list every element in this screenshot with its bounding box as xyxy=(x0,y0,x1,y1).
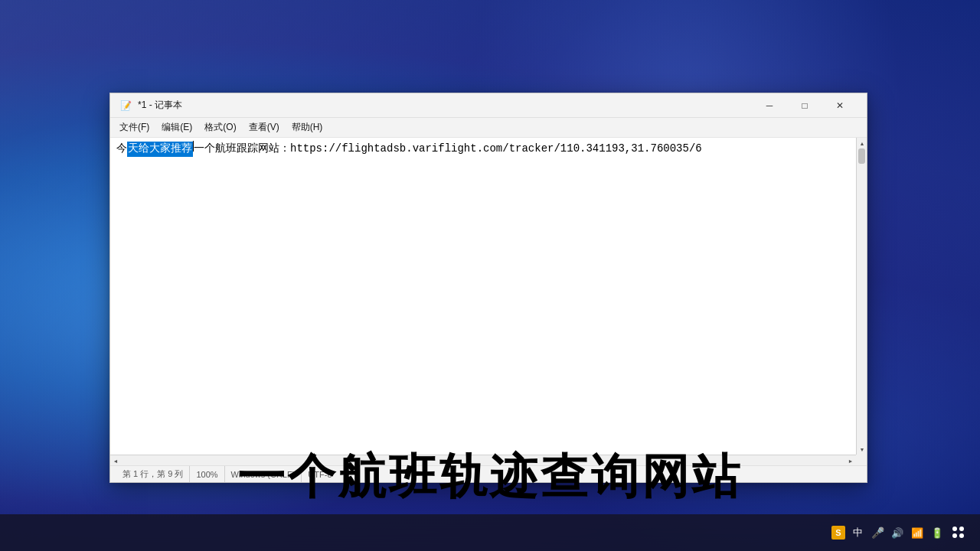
apps-grid-icon[interactable] xyxy=(952,527,965,539)
scroll-thumb-vertical[interactable] xyxy=(858,148,865,164)
maximize-button[interactable]: □ xyxy=(787,93,822,118)
chinese-input-icon[interactable]: 中 xyxy=(850,525,865,540)
overlay-text: 一个航班轨迹查询网站 xyxy=(0,445,980,509)
menu-format[interactable]: 格式(O) xyxy=(198,119,242,136)
scroll-up-button[interactable]: ▲ xyxy=(857,138,867,148)
system-tray: S 中 🎤 🔊 📶 🔋 xyxy=(825,525,974,540)
menu-edit[interactable]: 编辑(E) xyxy=(155,119,198,136)
text-area-container[interactable]: 今天给大家推荐一个航班跟踪网站：https://flightadsb.varif… xyxy=(110,138,867,465)
microphone-icon[interactable]: 🎤 xyxy=(870,525,885,540)
menu-bar: 文件(F) 编辑(E) 格式(O) 查看(V) 帮助(H) xyxy=(110,118,867,138)
text-line-1: 今天给大家推荐一个航班跟踪网站：https://flightadsb.varif… xyxy=(116,141,850,157)
notepad-icon: 📝 xyxy=(119,99,132,112)
menu-file[interactable]: 文件(F) xyxy=(113,119,155,136)
notepad-content[interactable]: 今天给大家推荐一个航班跟踪网站：https://flightadsb.varif… xyxy=(110,138,856,455)
minimize-button[interactable]: ─ xyxy=(752,93,787,118)
notepad-window: 📝 *1 - 记事本 ─ □ ✕ 文件(F) 编辑(E) 格式(O) 查看(V)… xyxy=(109,93,867,483)
selected-text: 天给大家推荐 xyxy=(127,142,193,157)
battery-icon[interactable]: 🔋 xyxy=(929,525,945,540)
window-title: *1 - 记事本 xyxy=(138,99,752,112)
menu-view[interactable]: 查看(V) xyxy=(243,119,286,136)
network-icon[interactable]: 📶 xyxy=(910,525,925,540)
title-bar-controls: ─ □ ✕ xyxy=(752,93,858,118)
title-bar: 📝 *1 - 记事本 ─ □ ✕ xyxy=(110,93,867,118)
text-before-selection: 今 xyxy=(116,142,127,157)
menu-help[interactable]: 帮助(H) xyxy=(286,119,329,136)
vertical-scrollbar[interactable]: ▲ ▼ xyxy=(856,138,867,455)
close-button[interactable]: ✕ xyxy=(822,93,858,118)
text-after-selection: 一个航班跟踪网站：https://flightadsb.variflight.c… xyxy=(194,142,702,157)
speaker-icon[interactable]: 🔊 xyxy=(890,525,905,540)
taskbar: S 中 🎤 🔊 📶 🔋 xyxy=(0,514,980,551)
input-method-icon[interactable]: S xyxy=(831,526,845,540)
